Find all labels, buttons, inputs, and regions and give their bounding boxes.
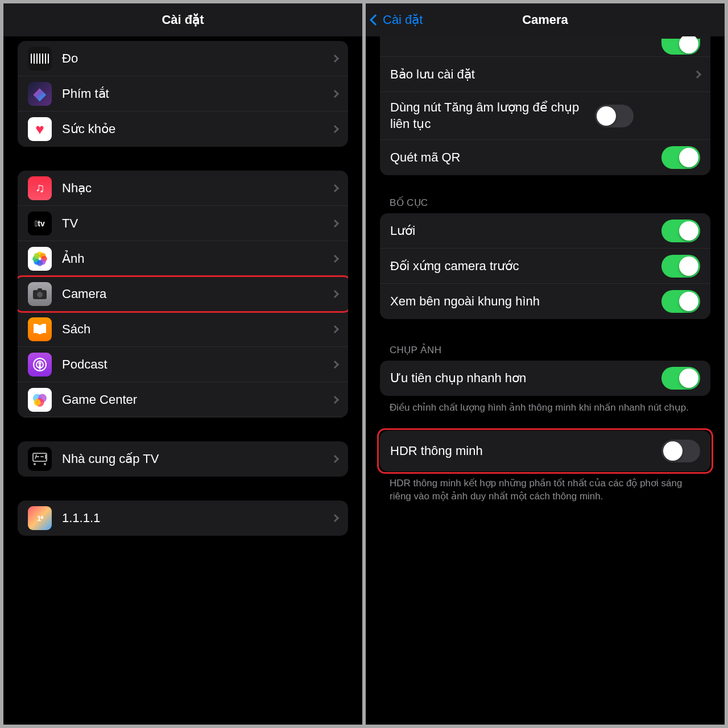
settings-list-panel: Cài đặt Đo ◆ Phím tắt ♥ Sức khỏe ♫ Nhạc … [3, 3, 362, 725]
row-label: 1.1.1.1 [62, 511, 332, 526]
chevron-right-icon [331, 455, 339, 463]
tv-icon: tv [28, 212, 52, 235]
row-preserve-settings[interactable]: Bảo lưu cài đặt [380, 57, 710, 92]
tvprovider-icon [28, 447, 52, 471]
row-label: Đo [62, 51, 332, 66]
chevron-right-icon [331, 254, 339, 262]
row-label: Nhạc [62, 181, 332, 196]
row-scan-qr[interactable]: Quét mã QR [380, 140, 710, 175]
books-icon [28, 317, 52, 341]
row-label: HDR thông minh [390, 444, 661, 458]
chevron-right-icon [331, 125, 339, 133]
svg-rect-18 [33, 453, 47, 461]
camera-group-layout: Lưới Đối xứng camera trước Xem bên ngoài… [380, 213, 710, 319]
chevron-right-icon [331, 514, 339, 522]
chevron-right-icon [693, 70, 701, 78]
camera-group-top: Bảo lưu cài đặt Dùng nút Tăng âm lượng đ… [380, 36, 710, 175]
row-gamecenter[interactable]: Game Center [18, 382, 348, 417]
row-label: Ưu tiên chụp nhanh hơn [390, 371, 661, 386]
row-shortcuts[interactable]: ◆ Phím tắt [18, 76, 348, 111]
svg-point-20 [44, 463, 46, 465]
row-grid[interactable]: Lưới [380, 213, 710, 249]
podcast-icon [28, 353, 52, 377]
chevron-right-icon [331, 89, 339, 97]
row-volume-burst[interactable]: Dùng nút Tăng âm lượng để chụp liên tục [380, 92, 710, 140]
settings-group-3: Nhà cung cấp TV [18, 441, 348, 477]
row-measure[interactable]: Đo [18, 41, 348, 76]
chevron-right-icon [331, 289, 339, 297]
chevron-right-icon [331, 219, 339, 227]
camera-group-capture: Ưu tiên chụp nhanh hơn [380, 361, 710, 396]
chevron-right-icon [331, 325, 339, 333]
row-label: Podcast [62, 357, 332, 372]
page-title: Camera [522, 13, 568, 27]
back-button[interactable]: Cài đặt [371, 13, 423, 27]
row-photos[interactable]: Ảnh [18, 241, 348, 276]
toggle-switch[interactable] [661, 39, 700, 55]
music-icon: ♫ [28, 176, 52, 200]
row-label: Camera [62, 287, 332, 301]
toggle-switch[interactable] [661, 440, 700, 462]
camera-group-hdr: HDR thông minh [380, 431, 710, 471]
toggle-switch[interactable] [661, 367, 700, 390]
chevron-right-icon [331, 184, 339, 192]
toggle-switch[interactable] [661, 290, 700, 313]
row-view-outside-frame[interactable]: Xem bên ngoài khung hình [380, 284, 710, 319]
capture-footer-text: Điều chỉnh chất lượng hình ảnh thông min… [390, 402, 701, 415]
measure-icon [28, 47, 52, 71]
gamecenter-icon [28, 388, 52, 412]
section-header-capture: CHỤP ẢNH [390, 344, 701, 356]
chevron-right-icon [331, 395, 339, 403]
row-label: Đối xứng camera trước [390, 259, 661, 274]
row-podcast[interactable]: Podcast [18, 347, 348, 382]
row-label: Lưới [390, 224, 661, 238]
row-music[interactable]: ♫ Nhạc [18, 171, 348, 206]
row-cloudflare[interactable]: 1⁴ 1.1.1.1 [18, 500, 348, 536]
row-label: Quét mã QR [390, 150, 661, 165]
camera-settings-panel: Cài đặt Camera Bảo lưu cài đặt Dùng nút … [366, 3, 725, 725]
photos-icon [28, 247, 52, 271]
row-mirror-front[interactable]: Đối xứng camera trước [380, 249, 710, 284]
camera-icon [28, 282, 52, 306]
row-label: Dùng nút Tăng âm lượng để chụp liên tục [390, 93, 595, 139]
row-health[interactable]: ♥ Sức khỏe [18, 111, 348, 147]
chevron-right-icon [331, 54, 339, 62]
back-label: Cài đặt [383, 13, 423, 27]
toggle-switch[interactable] [661, 220, 700, 242]
row-tv[interactable]: tv TV [18, 206, 348, 241]
page-title: Cài đặt [162, 13, 204, 27]
row-books[interactable]: Sách [18, 312, 348, 347]
row-label: Bảo lưu cài đặt [390, 67, 694, 82]
row-label: Sức khỏe [62, 122, 332, 136]
svg-rect-9 [38, 288, 42, 291]
settings-group-2: ♫ Nhạc tv TV Ảnh Camera Sá [18, 171, 348, 417]
row-camera[interactable]: Camera [18, 276, 348, 312]
shortcuts-icon: ◆ [28, 82, 52, 106]
health-icon: ♥ [28, 117, 52, 141]
row-label: Phím tắt [62, 86, 332, 101]
svg-point-17 [34, 399, 41, 406]
cloudflare-icon: 1⁴ [28, 506, 52, 530]
toggle-switch[interactable] [661, 146, 700, 169]
row-prioritize-faster[interactable]: Ưu tiên chụp nhanh hơn [380, 361, 710, 396]
row-label: Game Center [62, 392, 332, 407]
section-header-layout: BỐ CỤC [390, 197, 701, 209]
settings-group-4: 1⁴ 1.1.1.1 [18, 500, 348, 536]
header-left: Cài đặt [3, 3, 362, 36]
svg-point-10 [37, 292, 43, 297]
row-partial-toggle[interactable] [380, 36, 710, 57]
svg-point-13 [39, 362, 42, 365]
row-label: Nhà cung cấp TV [62, 452, 332, 466]
svg-point-7 [34, 253, 40, 259]
chevron-left-icon [370, 14, 381, 26]
hdr-footer-text: HDR thông minh kết hợp những phần tốt nh… [390, 477, 701, 503]
header-right: Cài đặt Camera [366, 3, 725, 36]
toggle-switch[interactable] [595, 105, 634, 127]
row-label: Ảnh [62, 251, 332, 266]
chevron-right-icon [331, 360, 339, 368]
row-tvprovider[interactable]: Nhà cung cấp TV [18, 441, 348, 477]
row-label: Xem bên ngoài khung hình [390, 294, 661, 309]
toggle-switch[interactable] [661, 255, 700, 278]
row-label: Sách [62, 322, 332, 337]
row-smart-hdr[interactable]: HDR thông minh [380, 431, 710, 471]
